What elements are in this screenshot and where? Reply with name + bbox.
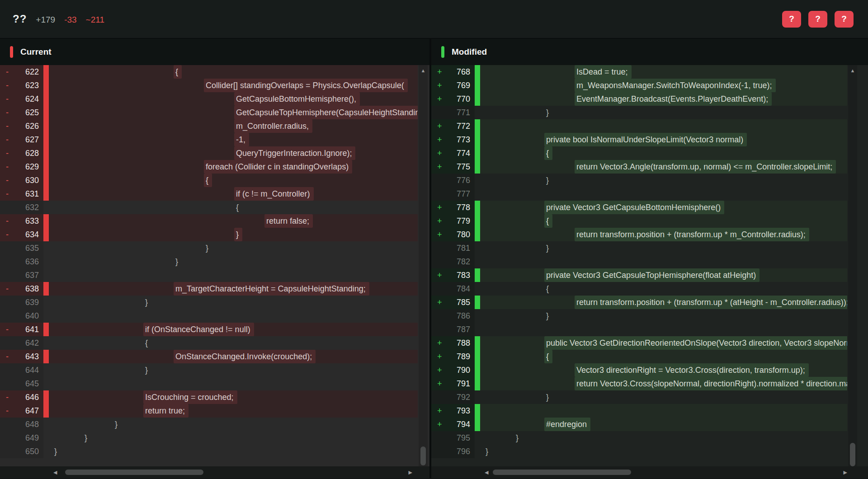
code-highlight: if (c != m_Controller) xyxy=(234,187,314,201)
line-marker-empty xyxy=(0,363,14,377)
code-line-793: +793 xyxy=(431,404,847,418)
code-line-772: +772 xyxy=(431,119,847,133)
code-line-773: +773 private bool IsNormalUnderSlopeLimi… xyxy=(431,133,847,146)
change-strip xyxy=(475,133,480,146)
code-highlight: } xyxy=(204,241,212,255)
removed-line-marker: - xyxy=(0,214,14,228)
diff-panes: Current -622 {-623 Collider[] standingOv… xyxy=(0,39,868,478)
code-highlight: QueryTriggerInteraction.Ignore); xyxy=(234,146,355,160)
added-line-marker: + xyxy=(431,336,445,350)
code-line-778: +778 private Vector3 GetCapsuleBottomHem… xyxy=(431,201,847,214)
code-line-784: 784 { xyxy=(431,282,847,296)
added-line-marker: + xyxy=(431,350,445,363)
removed-line-marker: - xyxy=(0,350,14,363)
removed-line-marker: - xyxy=(0,106,14,119)
code-text: Vector3 directionRight = Vector3.Cross(d… xyxy=(480,363,847,377)
change-strip xyxy=(43,201,49,214)
code-text: } xyxy=(480,431,847,445)
topbar: ?? +179 -33 ~211 ? ? ? xyxy=(0,0,868,39)
change-strip xyxy=(475,119,480,133)
line-number: 772 xyxy=(445,119,475,133)
code-text xyxy=(480,404,847,418)
scroll-up-icon[interactable]: ▲ xyxy=(848,66,857,75)
added-line-marker: + xyxy=(431,133,445,146)
removed-line-marker: - xyxy=(0,160,14,174)
current-pane: Current -622 {-623 Collider[] standingOv… xyxy=(0,39,429,478)
code-highlight: { xyxy=(544,146,552,160)
code-text: IsDead = true; xyxy=(480,65,847,79)
scroll-right-icon[interactable]: ▶ xyxy=(844,466,847,478)
horizontal-scroll-thumb[interactable] xyxy=(493,470,631,475)
code-line-789: +789 { xyxy=(431,350,847,363)
code-highlight: GetCapsuleTopHemisphere(CapsuleHeightSta… xyxy=(234,106,418,119)
code-text xyxy=(49,268,418,282)
stat-modified: ~211 xyxy=(86,15,104,25)
code-text: if (OnStanceChanged != null) xyxy=(49,323,418,336)
line-number: 789 xyxy=(445,350,475,363)
line-number: 778 xyxy=(445,201,475,214)
code-text: { xyxy=(49,65,418,79)
horizontal-scroll-thumb[interactable] xyxy=(65,470,203,475)
line-number: 769 xyxy=(445,79,475,92)
action-button-1[interactable]: ? xyxy=(782,11,801,28)
topbar-actions: ? ? ? xyxy=(782,11,854,28)
removed-line-marker: - xyxy=(0,187,14,201)
line-number: 636 xyxy=(14,255,43,268)
line-marker-empty xyxy=(431,187,445,201)
code-highlight: } xyxy=(544,309,552,323)
current-vertical-scrollbar[interactable]: ▲ ▼ xyxy=(419,65,428,478)
diff-stats: ?? +179 -33 ~211 xyxy=(13,13,104,25)
code-line-637: 637 xyxy=(0,268,418,282)
code-highlight: GetCapsuleBottomHemisphere(), xyxy=(234,92,360,106)
action-button-3[interactable]: ? xyxy=(835,11,854,28)
change-strip xyxy=(43,92,49,106)
code-line-790: +790 Vector3 directionRight = Vector3.Cr… xyxy=(431,363,847,377)
change-strip xyxy=(43,174,49,187)
code-text: } xyxy=(480,241,847,255)
vertical-scroll-thumb[interactable] xyxy=(420,446,426,465)
removed-line-marker: - xyxy=(0,404,14,418)
line-marker-empty xyxy=(431,241,445,255)
added-line-marker: + xyxy=(431,65,445,79)
code-line-636: 636 } xyxy=(0,255,418,268)
line-number: 641 xyxy=(14,323,43,336)
change-strip xyxy=(43,323,49,336)
vertical-scroll-thumb[interactable] xyxy=(850,443,855,466)
change-strip xyxy=(43,404,49,418)
added-line-marker: + xyxy=(431,418,445,431)
scroll-right-icon[interactable]: ▶ xyxy=(409,466,412,478)
current-horizontal-scrollbar[interactable]: ◀ ▶ xyxy=(0,466,429,478)
line-number: 627 xyxy=(14,133,43,146)
code-text xyxy=(480,119,847,133)
removed-line-marker: - xyxy=(0,174,14,187)
code-highlight: } xyxy=(544,241,552,255)
code-highlight: } xyxy=(113,418,121,431)
scroll-left-icon[interactable]: ◀ xyxy=(53,466,57,478)
code-text: private bool IsNormalUnderSlopeLimit(Vec… xyxy=(480,133,847,146)
code-line-645: 645 xyxy=(0,377,418,390)
line-number: 774 xyxy=(445,146,475,160)
code-line-779: +779 { xyxy=(431,214,847,228)
added-line-marker: + xyxy=(431,79,445,92)
code-highlight: m_WeaponsManager.SwitchToWeaponIndex(-1,… xyxy=(575,79,776,92)
line-marker-empty xyxy=(431,323,445,336)
scroll-left-icon[interactable]: ◀ xyxy=(485,466,488,478)
code-highlight: } xyxy=(143,296,151,309)
line-marker-empty xyxy=(0,201,14,214)
code-line-770: +770 EventManager.Broadcast(Events.Playe… xyxy=(431,92,847,106)
change-strip xyxy=(475,174,480,187)
code-highlight: { xyxy=(174,65,182,79)
code-line-780: +780 return transform.position + (transf… xyxy=(431,228,847,241)
action-button-2[interactable]: ? xyxy=(808,11,827,28)
modified-horizontal-scrollbar[interactable]: ◀ ▶ xyxy=(431,466,868,478)
line-number: 795 xyxy=(445,431,475,445)
scroll-up-icon[interactable]: ▲ xyxy=(419,66,428,75)
change-strip xyxy=(43,146,49,160)
code-text: Collider[] standingOverlaps = Physics.Ov… xyxy=(49,79,418,92)
modified-pane-header: Modified xyxy=(431,39,868,65)
code-highlight: { xyxy=(204,174,212,187)
line-number: 779 xyxy=(445,214,475,228)
code-highlight: IsDead = true; xyxy=(575,65,632,79)
change-strip xyxy=(475,336,480,350)
modified-vertical-scrollbar[interactable]: ▲ ▼ xyxy=(848,65,857,478)
